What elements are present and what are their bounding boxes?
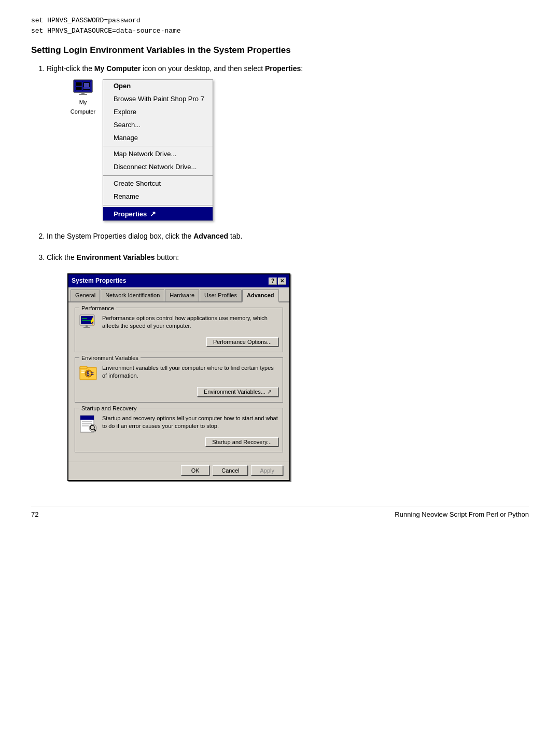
step-1-prefix: Right-click the (47, 64, 94, 73)
titlebar-buttons: ? ✕ (269, 278, 286, 285)
cursor-arrow-icon: ↗ (150, 208, 156, 219)
startup-section-label: Startup and Recovery (79, 404, 138, 413)
svg-rect-3 (76, 87, 82, 90)
system-properties-dialog-wrapper: System Properties ? ✕ General Network Id… (67, 273, 290, 481)
menu-item-disconnect[interactable]: Disconnect Network Drive... (103, 161, 213, 174)
menu-item-explore[interactable]: Explore (103, 106, 213, 119)
step-1-end: : (301, 64, 303, 73)
steps-list: Right-click the My Computer icon on your… (47, 63, 529, 490)
tab-network-identification[interactable]: Network Identification (101, 289, 164, 301)
menu-item-properties[interactable]: Properties ↗ (103, 207, 213, 221)
dialog-title: System Properties (72, 276, 126, 286)
performance-desc: Performance options control how applicat… (102, 314, 278, 330)
svg-rect-7 (81, 92, 85, 94)
svg-text:$: $ (87, 371, 90, 377)
step-3-text: Click the Environment Variables button: (47, 252, 529, 263)
svg-rect-13 (86, 325, 88, 327)
svg-rect-6 (83, 87, 90, 89)
tab-hardware[interactable]: Hardware (165, 289, 199, 301)
tab-advanced[interactable]: Advanced (242, 289, 279, 302)
menu-separator-3 (103, 205, 213, 205)
environment-desc: Environment variables tell your computer… (102, 364, 278, 380)
performance-btn-row: Performance Options... (79, 337, 278, 347)
dialog-titlebar: System Properties ? ✕ (68, 274, 289, 287)
my-computer-icon: My Computer (67, 79, 99, 116)
cursor-arrow-env-icon: ↗ (267, 389, 272, 395)
performance-options-button[interactable]: Performance Options... (206, 337, 278, 347)
step-3: Click the Environment Variables button: … (47, 252, 529, 490)
menu-item-manage[interactable]: Manage (103, 132, 213, 145)
step-1-text: Right-click the My Computer icon on your… (47, 63, 529, 74)
step-2-suffix: tab. (228, 232, 242, 240)
svg-rect-5 (84, 83, 89, 87)
close-button[interactable]: ✕ (278, 278, 286, 285)
menu-item-search[interactable]: Search... (103, 119, 213, 132)
step-2-prefix: In the System Properties dialog box, cli… (47, 232, 193, 240)
startup-icon-svg (79, 415, 98, 433)
environment-section: Environment Variables (75, 357, 283, 403)
startup-section: Startup and Recovery (75, 408, 283, 452)
environment-icon: $ = (79, 364, 98, 383)
startup-recovery-button[interactable]: Startup and Recovery... (205, 437, 278, 447)
system-properties-dialog: System Properties ? ✕ General Network Id… (67, 273, 290, 481)
context-menu: Open Browse With Paint Shop Pro 7 Explor… (103, 79, 213, 221)
menu-item-browse[interactable]: Browse With Paint Shop Pro 7 (103, 93, 213, 106)
page-description: Running Neoview Script From Perl or Pyth… (395, 510, 529, 518)
step-2-text: In the System Properties dialog box, cli… (47, 230, 529, 242)
menu-separator-1 (103, 146, 213, 146)
svg-rect-14 (83, 327, 90, 328)
step-1-bold: My Computer (94, 64, 141, 73)
dialog-content: Performance (68, 302, 289, 462)
svg-text:=: = (91, 371, 94, 377)
step-2: In the System Properties dialog box, cli… (47, 230, 529, 242)
code-line-2: set HPNVS_DATASOURCE=data-source-name (31, 26, 529, 36)
performance-row: Performance options control how applicat… (79, 314, 278, 333)
step-1-suffix: icon on your desktop, and then select (141, 64, 265, 73)
svg-rect-17 (80, 366, 87, 369)
tab-general[interactable]: General (71, 289, 100, 301)
dialog-tabs: General Network Identification Hardware … (68, 287, 289, 302)
context-menu-wrapper: My Computer Open Browse With Paint Shop … (67, 79, 213, 221)
apply-button[interactable]: Apply (251, 465, 283, 476)
menu-item-map-drive[interactable]: Map Network Drive... (103, 148, 213, 161)
environment-variables-button[interactable]: Environment Variables... ↗ (197, 387, 278, 397)
step-3-prefix: Click the (47, 253, 77, 261)
tab-user-profiles[interactable]: User Profiles (200, 289, 242, 301)
performance-icon (79, 314, 98, 333)
step-1-bold2: Properties (265, 64, 301, 73)
step-1: Right-click the My Computer icon on your… (47, 63, 529, 221)
menu-item-open[interactable]: Open (103, 80, 213, 93)
dialog-footer: OK Cancel Apply (68, 462, 289, 480)
performance-icon-svg (79, 314, 98, 333)
environment-icon-svg: $ = (79, 364, 98, 383)
page-number: 72 (31, 510, 38, 518)
startup-icon (79, 415, 98, 433)
context-menu-screenshot: My Computer Open Browse With Paint Shop … (47, 79, 529, 221)
svg-rect-2 (76, 82, 82, 86)
step-2-bold: Advanced (193, 232, 228, 240)
help-button[interactable]: ? (269, 278, 277, 285)
svg-rect-8 (79, 94, 87, 95)
menu-item-rename[interactable]: Rename (103, 190, 213, 203)
code-line-1: set HPNVS_PASSWORD=password (31, 16, 529, 26)
environment-btn-row: Environment Variables... ↗ (79, 387, 278, 397)
desktop-icon-label: My Computer (67, 98, 99, 116)
step-3-suffix: button: (155, 253, 179, 261)
section-heading: Setting Login Environment Variables in t… (31, 45, 529, 56)
svg-rect-25 (80, 416, 94, 420)
environment-row: $ = Environment variables tell your comp… (79, 364, 278, 383)
menu-separator-2 (103, 175, 213, 176)
startup-row: Startup and recovery options tell your c… (79, 415, 278, 433)
performance-section: Performance (75, 308, 283, 352)
code-block: set HPNVS_PASSWORD=password set HPNVS_DA… (31, 16, 529, 36)
step-3-bold: Environment Variables (77, 253, 155, 261)
page-footer: 72 Running Neoview Script From Perl or P… (31, 506, 529, 518)
cancel-button[interactable]: Cancel (213, 465, 248, 476)
performance-section-label: Performance (79, 304, 116, 313)
startup-btn-row: Startup and Recovery... (79, 437, 278, 447)
ok-button[interactable]: OK (181, 465, 209, 476)
menu-item-shortcut[interactable]: Create Shortcut (103, 177, 213, 190)
startup-desc: Startup and recovery options tell your c… (102, 415, 278, 431)
monitor-svg-icon (73, 79, 93, 97)
environment-section-label: Environment Variables (79, 354, 141, 363)
